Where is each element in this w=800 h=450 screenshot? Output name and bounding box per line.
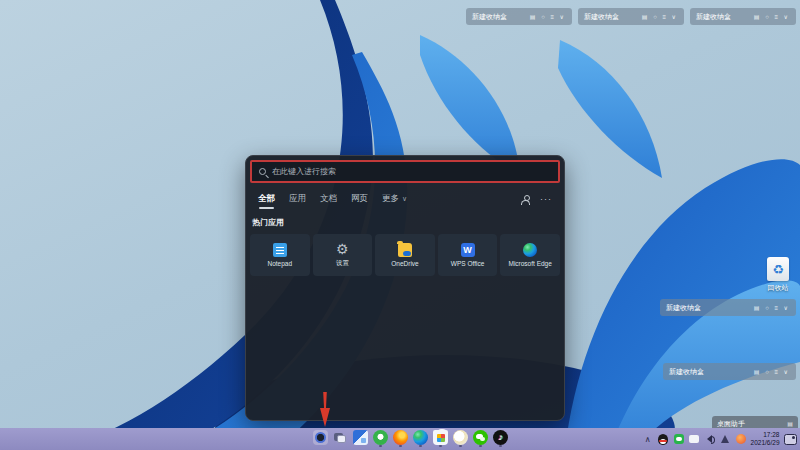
360-app-icon[interactable] <box>373 430 388 445</box>
app-tile-wps-office[interactable]: W WPS Office <box>438 234 498 276</box>
chevron-down-icon: ∨ <box>402 195 407 202</box>
annotation-arrow <box>316 392 334 428</box>
tab-apps[interactable]: 应用 <box>289 193 306 205</box>
search-icon <box>259 168 266 175</box>
storage-box-bar[interactable]: 新建收纳盒 ▤ ○ ≡ ∨ <box>660 299 796 316</box>
onedrive-icon <box>398 243 412 257</box>
search-orb-icon <box>315 432 326 443</box>
tab-more[interactable]: 更多∨ <box>382 193 407 205</box>
desktop: 新建收纳盒 ▤ ○ ≡ ∨ 新建收纳盒 ▤ ○ ≡ ∨ 新建收纳盒 ▤ ○ ≡ … <box>0 0 800 450</box>
edge-taskbar-icon[interactable] <box>413 430 428 445</box>
storage-box-label: 新建收纳盒 <box>696 12 731 22</box>
tray-expand-chevron-icon[interactable]: ∧ <box>642 434 653 445</box>
microsoft-store-icon[interactable] <box>433 430 448 445</box>
storage-box-controls-icon[interactable]: ▤ ○ ≡ ∨ <box>754 13 790 20</box>
douyin-icon[interactable]: ♪ <box>493 430 508 445</box>
storage-box-label: 新建收纳盒 <box>669 367 704 377</box>
app-tile-label: Microsoft Edge <box>508 260 551 267</box>
taskbar-search-button[interactable] <box>313 430 328 445</box>
account-icon[interactable] <box>521 195 530 204</box>
search-flyout-panel: 全部 应用 文档 网页 更多∨ ··· 热门应用 Notepad ⚙ 设置 On… <box>245 155 565 421</box>
security-tray-icon[interactable] <box>735 434 746 445</box>
wechat-tray-icon[interactable] <box>673 434 684 445</box>
more-options-icon[interactable]: ··· <box>540 194 552 204</box>
storage-box-bar[interactable]: 新建收纳盒 ▤ ○ ≡ ∨ <box>690 8 796 25</box>
app-tile-microsoft-edge[interactable]: Microsoft Edge <box>500 234 560 276</box>
gear-icon: ⚙ <box>335 242 349 256</box>
storage-box-bar[interactable]: 新建收纳盒 ▤ ○ ≡ ∨ <box>466 8 572 25</box>
wechat-icon[interactable] <box>473 430 488 445</box>
tab-all[interactable]: 全部 <box>258 193 275 205</box>
app-tile-label: WPS Office <box>451 260 484 267</box>
storage-box-bar[interactable]: 新建收纳盒 ▤ ○ ≡ ∨ <box>578 8 684 25</box>
storage-box-label: 新建收纳盒 <box>472 12 507 22</box>
storage-box-controls-icon[interactable]: ▤ ○ ≡ ∨ <box>754 368 790 375</box>
task-view-button[interactable] <box>333 430 348 445</box>
storage-box-controls-icon[interactable]: ▤ ○ ≡ ∨ <box>754 304 790 311</box>
qq-tray-icon[interactable] <box>658 434 669 445</box>
system-tray: ∧ 17:28 2021/6/29 <box>642 428 797 450</box>
chat-tray-icon[interactable] <box>689 434 700 445</box>
storage-box-controls-icon[interactable]: ▤ ○ ≡ ∨ <box>642 13 678 20</box>
storage-box-controls-icon[interactable]: ▤ ○ ≡ ∨ <box>530 13 566 20</box>
taskbar: ♪ ∧ 17:28 2021/6/29 <box>0 428 800 450</box>
notification-center-icon[interactable] <box>784 434 797 445</box>
top-apps-section-title: 热门应用 <box>246 205 564 234</box>
clock-date: 2021/6/29 <box>751 439 780 447</box>
search-filter-tabs: 全部 应用 文档 网页 更多∨ ··· <box>246 183 564 205</box>
recycle-bin-shortcut[interactable]: ♻ 回收站 <box>760 257 796 293</box>
start-button[interactable] <box>293 430 308 445</box>
wps-office-icon: W <box>461 243 475 257</box>
desktop-assistant-label: 桌面助手 <box>717 419 745 429</box>
notepad-icon <box>273 243 287 257</box>
storage-box-label: 新建收纳盒 <box>584 12 619 22</box>
tab-web[interactable]: 网页 <box>351 193 368 205</box>
desktop-assistant-icon: ▤ <box>787 420 793 427</box>
round-app-icon[interactable] <box>453 430 468 445</box>
search-box-highlighted[interactable] <box>250 160 560 183</box>
volume-icon[interactable] <box>704 434 715 445</box>
taskbar-clock[interactable]: 17:28 2021/6/29 <box>751 431 780 447</box>
recycle-bin-icon: ♻ <box>767 257 789 281</box>
app-tile-notepad[interactable]: Notepad <box>250 234 310 276</box>
app-tile-label: OneDrive <box>391 260 418 267</box>
network-icon[interactable] <box>720 434 731 445</box>
storage-box-bar[interactable]: 新建收纳盒 ▤ ○ ≡ ∨ <box>663 363 796 380</box>
app-tile-settings[interactable]: ⚙ 设置 <box>313 234 373 276</box>
top-apps-grid: Notepad ⚙ 设置 OneDrive W WPS Office Micro… <box>246 234 564 276</box>
browser-app-icon[interactable] <box>393 430 408 445</box>
widgets-button[interactable] <box>353 430 368 445</box>
clock-time: 17:28 <box>751 431 780 439</box>
app-tile-onedrive[interactable]: OneDrive <box>375 234 435 276</box>
tab-documents[interactable]: 文档 <box>320 193 337 205</box>
app-tile-label: 设置 <box>336 259 349 268</box>
edge-icon <box>523 243 537 257</box>
search-input[interactable] <box>272 167 551 176</box>
app-tile-label: Notepad <box>268 260 293 267</box>
recycle-bin-label: 回收站 <box>760 283 796 293</box>
storage-box-label: 新建收纳盒 <box>666 303 701 313</box>
taskbar-center-icons: ♪ <box>293 430 508 445</box>
